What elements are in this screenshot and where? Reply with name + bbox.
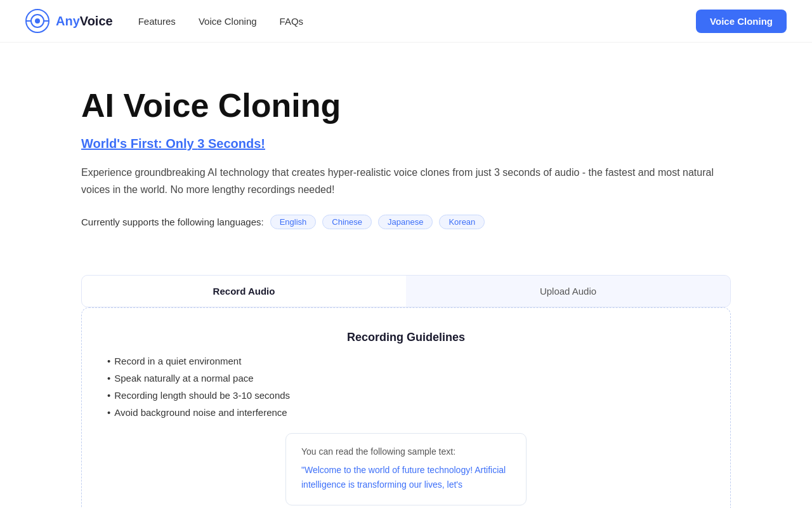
guidelines-list: Record in a quiet environment Speak natu… bbox=[107, 356, 705, 418]
lang-badge-english: English bbox=[270, 215, 317, 229]
languages-row: Currently supports the following languag… bbox=[81, 215, 731, 229]
nav-features[interactable]: Features bbox=[138, 16, 176, 27]
lang-badge-chinese: Chinese bbox=[322, 215, 372, 229]
guideline-item: Avoid background noise and interference bbox=[107, 407, 705, 418]
sample-text-intro: You can read the following sample text: bbox=[301, 446, 511, 457]
tab-upload-audio[interactable]: Upload Audio bbox=[406, 276, 730, 307]
page-title: AI Voice Cloning bbox=[81, 87, 731, 125]
nav-cta-button[interactable]: Voice Cloning bbox=[696, 10, 787, 33]
guidelines-title: Recording Guidelines bbox=[107, 331, 705, 344]
tab-container: Record Audio Upload Audio bbox=[81, 275, 731, 307]
lang-badge-korean: Korean bbox=[439, 215, 485, 229]
sample-text-box: You can read the following sample text: … bbox=[285, 433, 527, 505]
logo-icon bbox=[25, 9, 49, 33]
recording-panel: Recording Guidelines Record in a quiet e… bbox=[81, 307, 731, 508]
tab-record-audio[interactable]: Record Audio bbox=[82, 276, 406, 307]
nav-links: Features Voice Cloning FAQs bbox=[138, 16, 696, 27]
sample-text-content: "Welcome to the world of future technolo… bbox=[301, 463, 511, 492]
guideline-item: Speak naturally at a normal pace bbox=[107, 373, 705, 384]
guideline-item: Record in a quiet environment bbox=[107, 356, 705, 366]
hero-subtitle: World's First: Only 3 Seconds! bbox=[81, 137, 731, 151]
nav-faqs[interactable]: FAQs bbox=[280, 16, 304, 27]
hero-section: AI Voice Cloning World's First: Only 3 S… bbox=[0, 43, 812, 255]
guideline-item: Recording length should be 3-10 seconds bbox=[107, 390, 705, 401]
tabs: Record Audio Upload Audio bbox=[81, 275, 731, 307]
svg-point-2 bbox=[35, 18, 40, 23]
logo[interactable]: AnyVoice bbox=[25, 9, 113, 33]
hero-description: Experience groundbreaking AI technology … bbox=[81, 164, 716, 198]
languages-label: Currently supports the following languag… bbox=[81, 217, 264, 227]
logo-text: AnyVoice bbox=[56, 14, 113, 29]
nav-voice-cloning[interactable]: Voice Cloning bbox=[199, 16, 257, 27]
lang-badge-japanese: Japanese bbox=[378, 215, 433, 229]
